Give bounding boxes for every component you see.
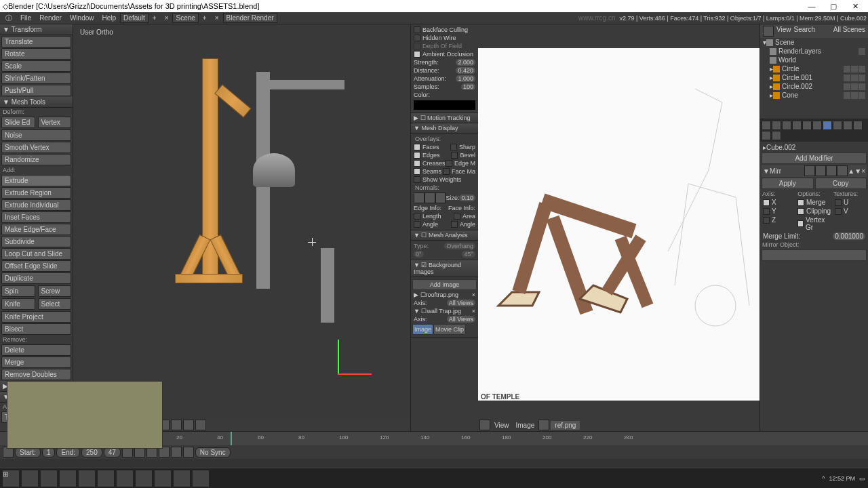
vertex-button[interactable]: Vertex <box>38 117 72 128</box>
merge-checkbox[interactable] <box>797 199 804 206</box>
menu-help[interactable]: Help <box>98 14 121 22</box>
snap-icon[interactable] <box>171 420 182 430</box>
mesh-tools-header[interactable]: ▼ Mesh Tools <box>0 97 73 108</box>
material-tab-icon[interactable] <box>843 121 852 130</box>
outliner-circle2[interactable]: Circle.002 <box>782 83 812 90</box>
minimize-button[interactable]: — <box>802 2 822 11</box>
add-layout-button[interactable]: + <box>149 14 161 22</box>
playhead[interactable] <box>231 432 232 445</box>
maximize-button[interactable]: ▢ <box>823 2 844 11</box>
3d-viewport[interactable]: User Ortho Local <box>73 24 410 431</box>
eye-icon[interactable] <box>844 92 850 99</box>
add-scene-button[interactable]: + <box>199 14 211 22</box>
eye-icon[interactable] <box>844 83 850 90</box>
tex-v-checkbox[interactable] <box>835 208 842 215</box>
tex-u-checkbox[interactable] <box>835 199 842 206</box>
outliner-circle[interactable]: Circle <box>782 65 800 73</box>
extrude-button[interactable]: Extrude <box>1 175 71 186</box>
transform-header[interactable]: ▼ Transform <box>0 24 73 35</box>
axis-z-checkbox[interactable] <box>763 217 770 224</box>
mod-render-icon[interactable] <box>804 165 815 176</box>
ao-checkbox[interactable] <box>414 51 420 58</box>
spin-button[interactable]: Spin <box>1 285 35 297</box>
screw-button[interactable]: Screw <box>38 285 72 297</box>
movie-clip-tab[interactable]: Movie Clip <box>433 324 466 335</box>
face-angle-checkbox[interactable] <box>451 221 458 228</box>
cursor-icon[interactable] <box>851 92 858 99</box>
image-editor-type-icon[interactable] <box>479 420 490 430</box>
translate-button[interactable]: Translate <box>1 36 71 47</box>
extrude-individual-button[interactable]: Extrude Individual <box>1 199 71 211</box>
shrink-button[interactable]: Shrink/Fatten <box>1 73 71 84</box>
store-icon[interactable] <box>79 470 95 487</box>
knife-button[interactable]: Knife <box>1 298 35 310</box>
delete-button[interactable]: Delete <box>1 344 71 356</box>
layers-icon[interactable] <box>195 420 206 430</box>
restrict-icon[interactable] <box>859 48 865 55</box>
outliner-renderlayers[interactable]: RenderLayers <box>778 47 821 55</box>
extrude-region-button[interactable]: Extrude Region <box>1 187 71 199</box>
axis-2-dropdown[interactable]: All Views <box>447 316 475 323</box>
render-tab-icon[interactable] <box>762 121 771 130</box>
analysis-type-dropdown[interactable]: Overhang <box>444 243 475 249</box>
texture-tab-icon[interactable] <box>853 121 863 130</box>
offset-edge-button[interactable]: Offset Edge Slide <box>1 260 71 272</box>
image-image-menu[interactable]: Image <box>513 422 538 429</box>
file-explorer-icon[interactable] <box>60 470 76 487</box>
vgroup-checkbox[interactable] <box>797 220 804 227</box>
bevel-checkbox[interactable] <box>451 152 458 159</box>
outliner-circle1[interactable]: Circle.001 <box>782 74 812 81</box>
object-tab-icon[interactable] <box>802 121 812 130</box>
modifier-tab-icon[interactable] <box>823 121 832 130</box>
keyframe-next-icon[interactable] <box>171 447 182 458</box>
mod-cage-icon[interactable] <box>837 165 848 176</box>
outliner-world[interactable]: World <box>778 56 796 64</box>
tray-up-icon[interactable]: ^ <box>822 475 825 482</box>
clipping-checkbox[interactable] <box>797 208 804 215</box>
bisect-button[interactable]: Bisect <box>1 323 71 335</box>
scale-button[interactable]: Scale <box>1 60 71 72</box>
mod-edit-icon[interactable] <box>826 165 837 176</box>
apply-button[interactable]: Apply <box>762 178 814 189</box>
inset-faces-button[interactable]: Inset Faces <box>1 211 71 223</box>
distance-value[interactable]: 0.420 <box>456 67 475 74</box>
randomize-button[interactable]: Randomize <box>1 154 71 165</box>
eye-icon[interactable] <box>844 66 850 73</box>
axis-y-checkbox[interactable] <box>763 208 770 215</box>
subdivide-button[interactable]: Subdivide <box>1 236 71 247</box>
task-view-icon[interactable] <box>41 470 57 487</box>
axis-x-checkbox[interactable] <box>763 199 770 206</box>
backface-checkbox[interactable] <box>414 26 420 33</box>
physics-tab-icon[interactable] <box>772 131 781 140</box>
menu-window[interactable]: Window <box>66 14 98 22</box>
outliner-type-icon[interactable] <box>763 26 774 37</box>
hidden-wire-checkbox[interactable] <box>414 35 420 41</box>
slide-edge-button[interactable]: Slide Ed <box>1 117 35 128</box>
image-view-menu[interactable]: View <box>492 422 512 429</box>
rotate-button[interactable]: Rotate <box>1 48 71 60</box>
image-browse-icon[interactable] <box>538 420 549 430</box>
edge-marks-checkbox[interactable] <box>446 160 452 167</box>
loop-cut-button[interactable]: Loop Cut and Slide <box>1 248 71 260</box>
outliner-filter-dropdown[interactable]: All Scenes <box>833 26 865 37</box>
info-icon[interactable]: ⓘ <box>1 14 16 23</box>
blender-taskbar-icon[interactable] <box>193 470 209 487</box>
remove-doubles-button[interactable]: Remove Doubles <box>1 369 71 380</box>
app-icon-3[interactable] <box>136 470 152 487</box>
mod-move-down-icon[interactable]: ▼ <box>854 167 861 175</box>
smooth-vertex-button[interactable]: Smooth Vertex <box>1 142 71 153</box>
select-button[interactable]: Select <box>38 298 72 310</box>
remove-layout-button[interactable]: × <box>161 14 173 22</box>
samples-value[interactable]: 100 <box>461 83 475 90</box>
close-button[interactable]: ✕ <box>845 2 865 11</box>
camera-icon[interactable] <box>859 92 865 99</box>
camera-icon[interactable] <box>859 75 865 81</box>
menu-render[interactable]: Render <box>35 14 66 22</box>
outliner-scene[interactable]: Scene <box>775 39 794 46</box>
jump-end-icon[interactable] <box>183 447 194 458</box>
clock[interactable]: 12:52 PM <box>829 475 855 482</box>
pushpull-button[interactable]: Push/Pull <box>1 85 71 96</box>
camera-icon[interactable] <box>859 66 865 73</box>
modifier-name[interactable]: Mirr <box>770 167 781 175</box>
atten-value[interactable]: 1.000 <box>456 75 475 82</box>
